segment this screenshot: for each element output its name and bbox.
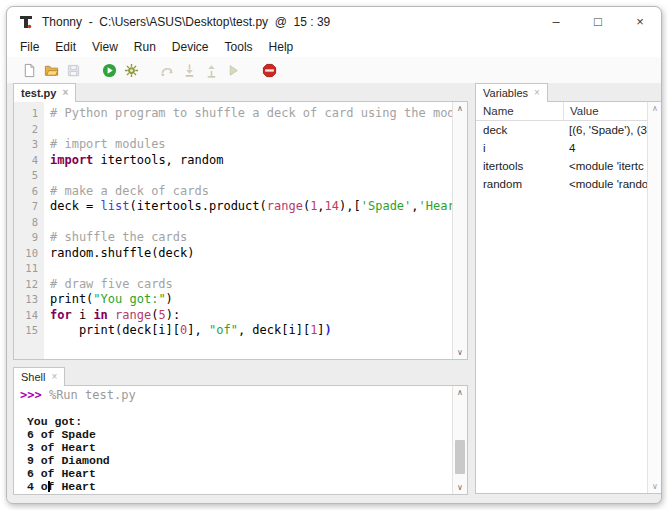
code-token: # shuffle the cards: [50, 230, 187, 244]
code-text: random.shuffle(deck): [44, 246, 195, 262]
stop-restart-button[interactable]: [259, 60, 279, 80]
code-line: 1# Python program to shuffle a deck of c…: [14, 106, 453, 122]
code-text: [44, 261, 50, 277]
run-script-button[interactable]: [99, 60, 119, 80]
code-token: range: [267, 199, 303, 213]
close-button[interactable]: ×: [619, 7, 661, 37]
menu-tools[interactable]: Tools: [217, 39, 261, 55]
code-token: >>>: [20, 388, 49, 402]
code-token: [108, 308, 115, 322]
code-text: deck = list(itertools.product(range(1,14…: [44, 199, 453, 215]
code-line: 13print("You got:"): [14, 292, 453, 308]
open-file-button[interactable]: [41, 60, 61, 80]
tab-close-icon[interactable]: ×: [534, 88, 540, 98]
variables-vscrollbar[interactable]: ∧ ∨: [647, 102, 662, 493]
code-token: import: [50, 153, 93, 167]
new-file-button[interactable]: [19, 60, 39, 80]
code-token: itertools, random: [93, 153, 223, 167]
scroll-down-icon[interactable]: ∨: [453, 481, 467, 494]
resume-icon: [226, 63, 241, 78]
code-text: # shuffle the cards: [44, 230, 187, 246]
code-token: 9 of Diamond: [20, 454, 110, 467]
code-text: # draw five cards: [44, 277, 173, 293]
code-editor[interactable]: 1# Python program to shuffle a deck of c…: [13, 101, 468, 360]
code-token: 6 of Heart: [20, 467, 96, 480]
maximize-button[interactable]: □: [577, 7, 619, 37]
tab-close-icon[interactable]: ×: [62, 88, 68, 98]
menu-help[interactable]: Help: [261, 39, 302, 55]
scroll-up-icon[interactable]: ∧: [648, 102, 662, 115]
tab-test-py[interactable]: test.py ×: [13, 83, 76, 102]
code-area[interactable]: 1# Python program to shuffle a deck of c…: [14, 102, 453, 359]
shell-output[interactable]: >>> %Run test.py You got: 6 of Spade 3 o…: [14, 386, 453, 494]
step-into-button[interactable]: [179, 60, 199, 80]
menu-run[interactable]: Run: [126, 39, 164, 55]
thonny-logo-icon: [18, 14, 34, 30]
code-line: 6# make a deck of cards: [14, 184, 453, 200]
scroll-down-icon[interactable]: ∨: [453, 346, 467, 359]
variable-name: i: [476, 142, 563, 154]
code-text: import itertools, random: [44, 153, 223, 169]
code-line: 4import itertools, random: [14, 153, 453, 169]
shell-line: You got:: [20, 415, 453, 428]
variable-name: random: [476, 178, 563, 190]
step-over-button[interactable]: [157, 60, 177, 80]
variables-table[interactable]: Name Value deck[(6, 'Spade'), (3,i4itert…: [476, 102, 648, 493]
scroll-up-icon[interactable]: ∧: [453, 386, 467, 399]
code-token: ):: [166, 308, 180, 322]
client-area: test.py × 1# Python program to shuffle a…: [7, 83, 661, 503]
code-token: for: [50, 308, 72, 322]
shell-line: 6 of Heart: [20, 467, 453, 480]
menu-device[interactable]: Device: [164, 39, 217, 55]
line-number: 2: [14, 122, 44, 138]
line-number: 7: [14, 199, 44, 215]
line-number: 12: [14, 277, 44, 293]
save-file-button[interactable]: [63, 60, 83, 80]
minimize-button[interactable]: –: [535, 7, 577, 37]
variable-row[interactable]: itertools<module 'itertc: [476, 157, 648, 175]
menu-edit[interactable]: Edit: [47, 39, 84, 55]
editor-vscrollbar[interactable]: ∧ ∨: [452, 102, 467, 359]
code-line: 2: [14, 122, 453, 138]
tab-close-icon[interactable]: ×: [51, 372, 57, 382]
variables-panel[interactable]: Name Value deck[(6, 'Spade'), (3,i4itert…: [475, 101, 662, 494]
scroll-up-icon[interactable]: ∧: [453, 102, 467, 115]
code-line: 11: [14, 261, 453, 277]
scrollbar-thumb[interactable]: [455, 440, 465, 474]
code-token: 'Heart: [419, 199, 453, 213]
shell-vscrollbar[interactable]: ∧ ∨: [452, 386, 467, 494]
menu-file[interactable]: File: [12, 39, 47, 55]
code-token: You got:: [20, 415, 82, 428]
code-token: ]: [317, 323, 324, 337]
code-token: 4 of Heart: [20, 480, 96, 493]
scroll-down-icon[interactable]: ∨: [648, 480, 662, 493]
variable-row[interactable]: random<module 'rando: [476, 175, 648, 193]
debug-script-icon: [124, 63, 139, 78]
code-text: # import modules: [44, 137, 166, 153]
code-token: "You got:": [93, 292, 165, 306]
code-token: 14: [325, 199, 339, 213]
shell-line: [20, 402, 453, 415]
title-bar[interactable]: Thonny - C:\Users\ASUS\Desktop\test.py @…: [7, 7, 661, 37]
code-line: 12# draw five cards: [14, 277, 453, 293]
variable-row[interactable]: deck[(6, 'Spade'), (3,: [476, 121, 648, 139]
line-number: 6: [14, 184, 44, 200]
tab-shell[interactable]: Shell ×: [13, 367, 65, 386]
code-text: for i in range(5):: [44, 308, 180, 324]
step-over-icon: [160, 63, 175, 78]
window-title: Thonny - C:\Users\ASUS\Desktop\test.py @…: [42, 15, 330, 29]
menu-view[interactable]: View: [84, 39, 126, 55]
resume-button[interactable]: [223, 60, 243, 80]
variable-value: <module 'itertc: [563, 160, 648, 172]
line-number: 3: [14, 137, 44, 153]
shell-panel[interactable]: >>> %Run test.py You got: 6 of Spade 3 o…: [13, 385, 468, 495]
step-out-button[interactable]: [201, 60, 221, 80]
code-line: 14for i in range(5):: [14, 308, 453, 324]
stop-restart-icon: [262, 63, 277, 78]
debug-script-button[interactable]: [121, 60, 141, 80]
line-number: 9: [14, 230, 44, 246]
variable-row[interactable]: i4: [476, 139, 648, 157]
code-token: random.shuffle(deck): [50, 246, 195, 260]
line-number: 4: [14, 153, 44, 169]
tab-variables[interactable]: Variables ×: [475, 83, 548, 102]
